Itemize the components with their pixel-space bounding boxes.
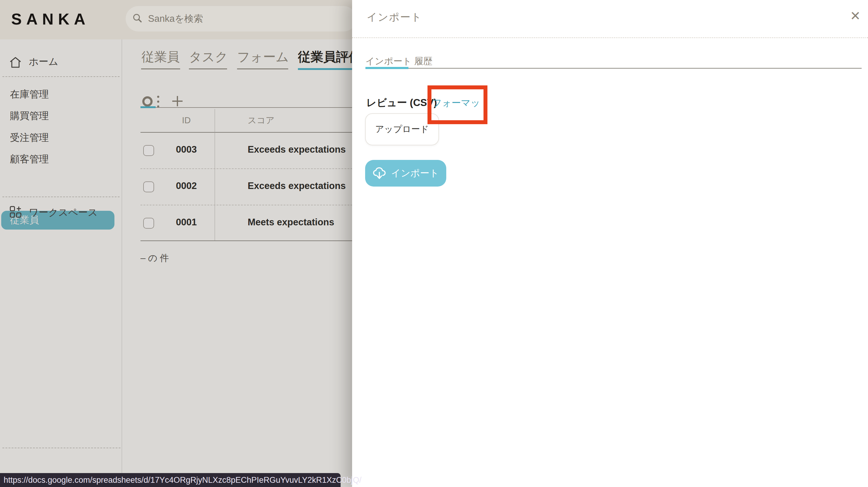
- app-root: SANKA Sankaを検索 ホーム 在庫管理 購買管理 受注管理 顧客管理: [0, 0, 868, 487]
- import-modal: インポート ✕ インポート 履歴 レビュー (CSV) フォーマット アップロー…: [352, 0, 868, 487]
- csv-field-label: レビュー (CSV): [366, 96, 437, 110]
- modal-title: インポート: [367, 10, 422, 24]
- modal-overlay[interactable]: [0, 0, 352, 487]
- annotation-red-box: [428, 85, 488, 124]
- modal-tab-active-underline: [365, 67, 408, 69]
- modal-tab-history[interactable]: 履歴: [414, 55, 432, 67]
- modal-divider: [352, 37, 868, 38]
- cloud-download-icon: [372, 166, 386, 180]
- modal-tab-import-active[interactable]: インポート: [365, 55, 408, 67]
- upload-button-label: アップロード: [375, 123, 429, 135]
- link-preview-url: https://docs.google.com/spreadsheets/d/1…: [4, 476, 362, 485]
- link-preview-statusbar: https://docs.google.com/spreadsheets/d/1…: [0, 473, 341, 487]
- import-button[interactable]: インポート: [365, 160, 446, 187]
- import-button-label: インポート: [391, 167, 439, 180]
- close-icon[interactable]: ✕: [848, 8, 863, 24]
- modal-tabs-underline: [365, 68, 862, 69]
